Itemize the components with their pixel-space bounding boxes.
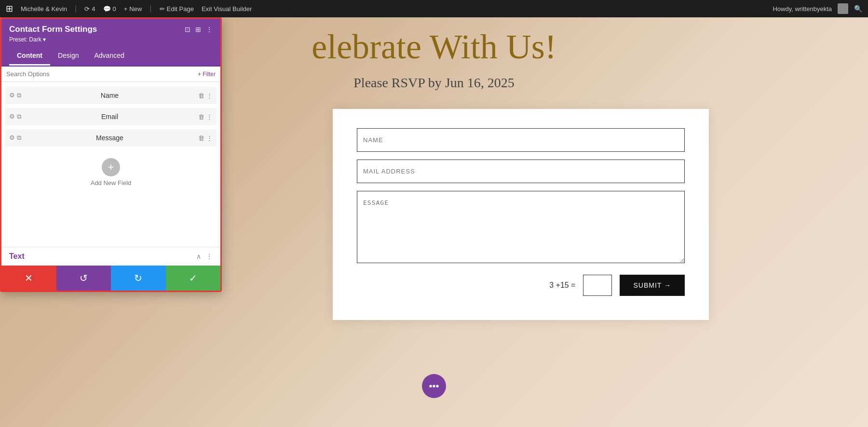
field-duplicate-icon[interactable]: ⧉ [17, 134, 21, 142]
filter-button[interactable]: + Filter [198, 71, 216, 78]
fullscreen-icon[interactable]: ⊡ [185, 26, 190, 33]
search-bar: + Filter [1, 67, 220, 82]
page-background: elebrate With Us! Please RSVP by Jun 16,… [0, 17, 868, 427]
field-duplicate-icon[interactable]: ⧉ [17, 92, 21, 99]
tab-design[interactable]: Design [50, 47, 87, 66]
admin-bar: ⊞ Michelle & Kevin | ⟳ 4 💬 0 + New | ✏ E… [0, 0, 868, 17]
field-more-icon[interactable]: ⋮ [206, 113, 213, 120]
field-settings-icon[interactable]: ⚙ [9, 113, 15, 120]
name-input[interactable] [357, 128, 685, 152]
panel-title: Contact Form Settings [9, 25, 97, 34]
field-row-message: ⚙ ⧉ Message 🗑 ⋮ [5, 129, 217, 147]
text-section-label: Text [9, 252, 196, 261]
revisions-icon[interactable]: ⟳ 4 [84, 5, 95, 13]
field-message-label: Message [25, 134, 194, 142]
columns-icon[interactable]: ⊞ [195, 26, 201, 33]
form-bottom: 3 +15 = SUBMIT → [357, 275, 685, 296]
field-delete-icon[interactable]: 🗑 [198, 134, 204, 142]
add-field-button[interactable]: + [102, 158, 120, 176]
field-settings-icon[interactable]: ⚙ [9, 92, 15, 99]
field-delete-icon[interactable]: 🗑 [198, 113, 204, 120]
captcha-input[interactable] [583, 275, 612, 296]
contact-form-area: 3 +15 = SUBMIT → [174, 109, 868, 320]
search-icon[interactable]: 🔍 [854, 5, 862, 13]
message-field-row [357, 191, 685, 265]
panel-actions: ✕ ↺ ↻ ✓ [1, 266, 220, 291]
comments-icon[interactable]: 💬 0 [103, 5, 116, 13]
email-field-row [357, 160, 685, 183]
more-icon[interactable]: ⋮ [206, 26, 213, 33]
field-settings-icon[interactable]: ⚙ [9, 134, 15, 142]
text-section: Text ∧ ⋮ [1, 247, 220, 266]
field-more-icon[interactable]: ⋮ [206, 92, 213, 99]
preset-selector[interactable]: Preset: Dark ▾ [9, 36, 213, 43]
submit-button[interactable]: SUBMIT → [620, 275, 685, 296]
field-name-label: Name [25, 92, 194, 99]
exit-builder-link[interactable]: Exit Visual Builder [202, 5, 252, 13]
cancel-button[interactable]: ✕ [1, 266, 56, 291]
redo-button[interactable]: ↻ [111, 266, 166, 291]
message-textarea[interactable] [357, 191, 685, 263]
settings-panel: Contact Form Settings ⊡ ⊞ ⋮ Preset: Dark… [0, 17, 222, 292]
undo-button[interactable]: ↺ [56, 266, 111, 291]
tab-advanced[interactable]: Advanced [86, 47, 132, 66]
field-delete-icon[interactable]: 🗑 [198, 92, 204, 99]
wp-logo-icon[interactable]: ⊞ [6, 3, 13, 14]
edit-page-link[interactable]: ✏ Edit Page [160, 5, 194, 13]
field-row-email: ⚙ ⧉ Email 🗑 ⋮ [5, 108, 217, 125]
form-container: 3 +15 = SUBMIT → [333, 109, 709, 320]
page-heading: elebrate With Us! [312, 27, 556, 67]
floating-dots-button[interactable]: ••• [422, 374, 446, 398]
text-more-icon[interactable]: ⋮ [206, 253, 213, 260]
field-more-icon[interactable]: ⋮ [206, 134, 213, 142]
new-button[interactable]: + New [124, 5, 142, 13]
captcha-text: 3 +15 = [549, 281, 575, 290]
email-input[interactable] [357, 160, 685, 183]
fields-list: ⚙ ⧉ Name 🗑 ⋮ ⚙ ⧉ Email 🗑 ⋮ [1, 82, 220, 247]
avatar[interactable] [838, 3, 848, 14]
site-name[interactable]: Michelle & Kevin [21, 5, 67, 13]
collapse-icon[interactable]: ∧ [196, 253, 201, 260]
panel-tabs: Content Design Advanced [1, 47, 220, 67]
add-new-field-area[interactable]: + Add New Field [5, 150, 217, 194]
name-field-row [357, 128, 685, 152]
howdy-text: Howdy, writtenbyekta [773, 5, 832, 13]
panel-header: Contact Form Settings ⊡ ⊞ ⋮ Preset: Dark… [1, 19, 220, 47]
add-field-label: Add New Field [91, 179, 132, 187]
field-duplicate-icon[interactable]: ⧉ [17, 113, 21, 120]
search-input[interactable] [6, 70, 198, 78]
tab-content[interactable]: Content [9, 47, 50, 66]
field-email-label: Email [25, 113, 194, 120]
field-row-name: ⚙ ⧉ Name 🗑 ⋮ [5, 87, 217, 104]
page-subheading: Please RSVP by Jun 16, 2025 [353, 75, 514, 91]
confirm-button[interactable]: ✓ [166, 266, 221, 291]
